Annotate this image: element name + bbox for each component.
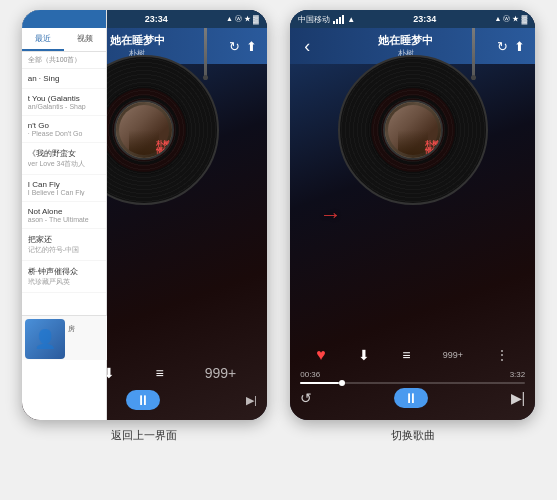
face-overlay-1 [129,130,159,155]
list-item-1[interactable]: t You (Galantis an/Galantis - Shap [22,89,106,116]
refresh-icon-1[interactable]: ↻ [229,39,240,54]
more-button-1[interactable]: 999+ [205,365,237,381]
screen2-label: 切换歌曲 [391,428,435,443]
song-title-2: 她在睡梦中 [314,33,497,48]
nav-right-2: ↻ ⬆ [497,39,525,54]
repeat-button-2[interactable]: ↺ [300,390,312,406]
playback-controls-2: ↺ ⏸ ▶| [300,384,525,412]
panel-tab-recent[interactable]: 最近 [22,28,64,51]
count-label-2: 999+ [443,350,463,360]
vinyl-text-2: 朴树 懵懂 [425,140,439,155]
time-display-1: 23:34 [145,14,168,24]
bar3-2 [339,17,341,24]
panel-tab-video[interactable]: 视频 [64,28,106,51]
list-item-2[interactable]: n't Go · Please Don't Go [22,116,106,143]
refresh-icon-2[interactable]: ↻ [497,39,508,54]
status-icons-2: ▲ ⓦ ★ [495,14,520,24]
item-sub-7: 玳珍藏严风英 [28,277,100,287]
screen2-wrapper: 中国移动 ▲ 23:34 ▲ ⓦ ★ ▓ [279,10,548,443]
item-sub-1: an/Galantis - Shap [28,103,100,110]
status-bar-2: 中国移动 ▲ 23:34 ▲ ⓦ ★ ▓ [290,10,535,28]
vinyl-center-img-2: 朴树 懵懂 [385,102,441,158]
time-display-row-2: 00:36 3:32 [300,370,525,379]
vinyl-text-1: 朴树 懵懂 [156,140,170,155]
next-button-2[interactable]: ▶| [511,390,526,406]
item-sub-3: ver Love 34首动人 [28,159,100,169]
share-icon-1[interactable]: ⬆ [246,39,257,54]
music-background-2: 中国移动 ▲ 23:34 ▲ ⓦ ★ ▓ [290,10,535,420]
list-item-6[interactable]: 把家还 记忆的符号-中国 [22,229,106,261]
status-left-2: 中国移动 ▲ [298,14,355,25]
nav-right-1: ↻ ⬆ [229,39,257,54]
item-title-6: 把家还 [28,234,100,245]
swipe-arrow-2: → [320,202,342,228]
pause-icon-2: ⏸ [404,390,418,406]
bar4-2 [342,15,344,24]
play-toggle-1[interactable]: ⏸ [126,390,160,410]
current-time-2: 00:36 [300,370,320,379]
screen1-wrapper: 中国移动 ▲ 23:34 ▲ ⓦ ★ ▓ [10,10,279,443]
share-icon-2[interactable]: ⬆ [514,39,525,54]
download-group-2: ⬇ [358,347,370,363]
next-icon-1[interactable]: ▶| [246,394,257,407]
battery-icon-1: ▓ [253,15,259,24]
signal-bars-2 [333,15,344,24]
heart-group-2: ♥ [316,346,326,364]
item-title-5: Not Alone [28,207,100,216]
bar2-2 [336,19,338,24]
panel-header-1 [22,10,106,28]
slide-panel-1: 最近 视频 全部（共100首） an · Sing t You (Galanti… [22,10,107,420]
battery-icon-2: ▓ [521,15,527,24]
bar1-2 [333,21,335,24]
item-sub-6: 记忆的符号-中国 [28,245,100,255]
item-title-7: 桥·钟声催得众 [28,266,100,277]
playlist-button-2[interactable]: ≡ [402,347,410,363]
share-group-1: ≡ [156,365,164,381]
item-title-4: I Can Fly [28,180,100,189]
vinyl-record-2: 朴树 懵懂 [338,55,488,205]
more-group-2: ⋮ [495,347,509,363]
vinyl-center-1: 朴树 懵懂 [114,100,174,160]
play-toggle-2[interactable]: ⏸ [394,388,428,408]
panel-list-1: an · Sing t You (Galantis an/Galantis - … [22,69,106,293]
item-title-0: an · Sing [28,74,100,83]
total-time-2: 3:32 [510,370,526,379]
item-title-1: t You (Galantis [28,94,100,103]
list-item-0[interactable]: an · Sing [22,69,106,89]
progress-dot-2[interactable] [339,380,345,386]
count-group-1: 999+ [205,365,237,381]
list-item-3[interactable]: 《我的野蛮女 ver Love 34首动人 [22,143,106,175]
count-group-2: 999+ [443,350,463,360]
status-icons-1: ▲ ⓦ ★ [226,14,251,24]
progress-bar-2[interactable] [300,382,525,384]
panel-thumbnail-1: 👤 [25,319,65,359]
screen2: 中国移动 ▲ 23:34 ▲ ⓦ ★ ▓ [290,10,535,420]
vinyl-outer-2: 朴树 懵懂 [338,55,488,205]
list-item-5[interactable]: Not Alone ason - The Ultimate [22,202,106,229]
screen1-label: 返回上一界面 [111,428,177,443]
player-bottom-2: ♥ ⬇ ≡ 999+ ⋮ [290,340,535,420]
panel-filter-1: 全部（共100首） [22,52,106,69]
pause-icon-1: ⏸ [136,392,150,408]
playlist-button-1[interactable]: ≡ [156,365,164,381]
face-overlay-2 [398,130,428,155]
back-button-2[interactable]: ‹ [300,36,314,57]
vinyl-center-img-1: 朴树 懵懂 [116,102,172,158]
progress-fill-2 [300,382,338,384]
heart-button-2[interactable]: ♥ [316,346,326,364]
list-item-7[interactable]: 桥·钟声催得众 玳珍藏严风英 [22,261,106,293]
screen1: 中国移动 ▲ 23:34 ▲ ⓦ ★ ▓ [22,10,267,420]
carrier-text-2: 中国移动 [298,14,330,25]
item-sub-4: I Believe I Can Fly [28,189,100,196]
time-display-2: 23:34 [413,14,436,24]
wifi-icon-2: ▲ [347,15,355,24]
share-group-2: ≡ [402,347,410,363]
item-sub-2: · Please Don't Go [28,130,100,137]
item-title-2: n't Go [28,121,100,130]
item-title-3: 《我的野蛮女 [28,148,100,159]
panel-bottom-area-1: 👤 房 [22,315,107,360]
list-item-4[interactable]: I Can Fly I Believe I Can Fly [22,175,106,202]
more-button-2[interactable]: ⋮ [495,347,509,363]
download-button-2[interactable]: ⬇ [358,347,370,363]
player-actions-2: ♥ ⬇ ≡ 999+ ⋮ [300,340,525,370]
